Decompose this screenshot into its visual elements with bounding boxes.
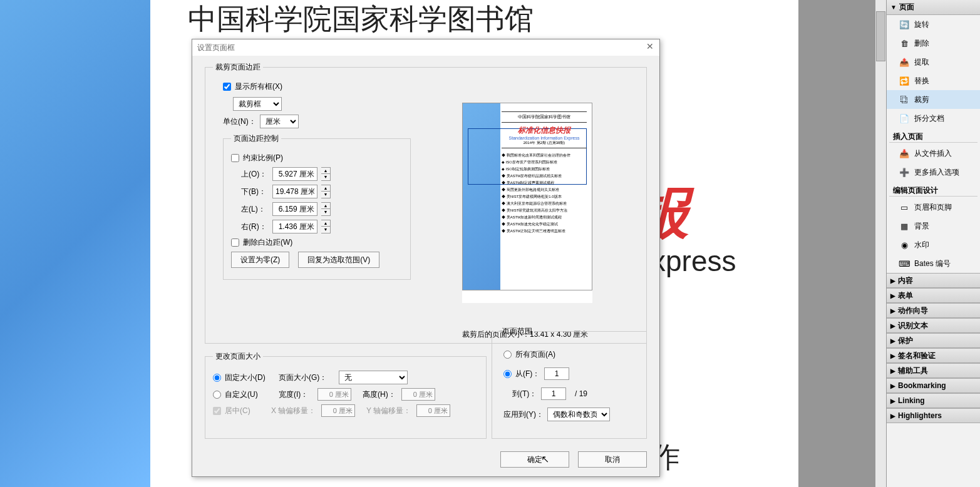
page-range-fieldset: 页面范围 所有页面(A) 从(F)： 到(T)： / 19 应用到(Y)： 偶数… xyxy=(492,326,647,439)
tools-panel: ▼页面 🔄旋转 🗑删除 📤提取 🔁替换 ⿻裁剪 📄拆分文档 插入页面 📥从文件插… xyxy=(886,0,980,487)
replace-item[interactable]: 🔁替换 xyxy=(887,71,980,90)
header-footer-icon: ▭ xyxy=(899,202,909,212)
y-offset-label: Y 轴偏移量： xyxy=(366,406,413,416)
highlighters-panel[interactable]: ▶Highlighters xyxy=(887,408,980,423)
center-label: 居中(C) xyxy=(225,406,267,416)
scrollbar-thumb[interactable] xyxy=(876,11,885,61)
preview-content: 中国科学院国家科学图书馆 标准化信息快报 Standardization Inf… xyxy=(502,110,587,235)
bates-icon: ⌨ xyxy=(899,259,909,269)
custom-label: 自定义(U) xyxy=(225,389,275,400)
y-offset-input xyxy=(416,404,450,417)
remove-white-label: 删除白边距(W) xyxy=(243,237,292,248)
accessibility-panel[interactable]: ▶辅助工具 xyxy=(887,363,980,378)
crop-margin-legend: 裁剪页面边距 xyxy=(213,62,263,73)
rotate-icon: 🔄 xyxy=(899,19,909,29)
constrain-checkbox[interactable] xyxy=(231,154,239,162)
apply-to-label: 应用到(Y)： xyxy=(503,409,544,420)
right-input[interactable] xyxy=(272,220,317,233)
action-wizard-panel[interactable]: ▶动作向导 xyxy=(887,303,980,318)
page-preview: 中国科学院国家科学图书馆 标准化信息快报 Standardization Inf… xyxy=(462,103,592,303)
show-all-boxes-label: 显示所有框(X) xyxy=(235,81,282,92)
more-icon: ➕ xyxy=(899,167,909,177)
close-icon[interactable]: ✕ xyxy=(644,41,656,53)
bottom-label: 下(B)： xyxy=(241,187,269,197)
margin-control-legend: 页面边距控制 xyxy=(231,133,281,144)
height-input xyxy=(401,388,435,401)
pages-panel-header[interactable]: ▼页面 xyxy=(887,0,980,15)
crop-pages-dialog: 设置页面框 ✕ 裁剪页面边距 显示所有框(X) 裁剪框 单位(N)： 厘米 页面… xyxy=(192,39,660,477)
delete-item[interactable]: 🗑删除 xyxy=(887,34,980,53)
box-type-select[interactable]: 裁剪框 xyxy=(233,97,282,111)
bottom-spinner[interactable]: ▲▼ xyxy=(321,185,331,198)
rotate-item[interactable]: 🔄旋转 xyxy=(887,15,980,34)
restore-selection-button[interactable]: 回复为选取范围(V) xyxy=(298,252,379,268)
page-background-graphic xyxy=(0,0,150,487)
all-pages-label: 所有页面(A) xyxy=(515,349,555,360)
right-spinner[interactable]: ▲▼ xyxy=(321,220,331,233)
watermark-item[interactable]: ◉水印 xyxy=(887,235,980,254)
x-offset-input xyxy=(321,404,355,417)
content-panel[interactable]: ▶内容 xyxy=(887,273,980,288)
recognize-text-panel[interactable]: ▶识别文本 xyxy=(887,318,980,333)
ok-button[interactable]: 确定 xyxy=(500,451,569,468)
page-range-legend: 页面范围 xyxy=(500,326,535,337)
change-size-legend: 更改页面大小 xyxy=(213,351,263,362)
cancel-button[interactable]: 取消 xyxy=(578,451,647,468)
edit-design-subheader: 编辑页面设计 xyxy=(889,183,977,197)
crop-item[interactable]: ⿻裁剪 xyxy=(887,90,980,109)
set-zero-button[interactable]: 设置为零(Z) xyxy=(231,252,289,268)
insert-pages-subheader: 插入页面 xyxy=(889,129,977,143)
constrain-label: 约束比例(P) xyxy=(243,153,283,163)
show-all-boxes-checkbox[interactable] xyxy=(223,83,231,91)
from-radio[interactable] xyxy=(503,370,512,378)
bottom-input[interactable] xyxy=(272,185,317,198)
unit-select[interactable]: 厘米 xyxy=(260,115,299,128)
extract-icon: 📤 xyxy=(899,57,909,67)
bookmarking-panel[interactable]: ▶Bookmarking xyxy=(887,378,980,393)
more-insert-item[interactable]: ➕更多插入选项 xyxy=(887,163,980,182)
protect-panel[interactable]: ▶保护 xyxy=(887,333,980,348)
file-insert-icon: 📥 xyxy=(899,148,909,158)
background-item[interactable]: ▦背景 xyxy=(887,217,980,235)
background-icon: ▦ xyxy=(899,221,909,231)
vertical-scrollbar[interactable] xyxy=(875,0,886,487)
left-label: 左(L)： xyxy=(241,204,269,215)
insert-from-file-item[interactable]: 📥从文件插入 xyxy=(887,144,980,163)
page-size-select[interactable]: 无 xyxy=(339,371,408,384)
signature-panel[interactable]: ▶签名和验证 xyxy=(887,348,980,363)
apply-to-select[interactable]: 偶数和奇数页 xyxy=(547,408,610,421)
to-input[interactable] xyxy=(541,387,566,400)
from-label: 从(F)： xyxy=(515,369,540,379)
unit-label: 单位(N)： xyxy=(223,116,256,127)
page-size-label: 页面大小(G)： xyxy=(279,372,335,383)
linking-panel[interactable]: ▶Linking xyxy=(887,393,980,408)
page-title: 中国科学院国家科学图书馆 xyxy=(188,0,534,39)
fixed-size-radio[interactable] xyxy=(213,374,221,382)
forms-panel[interactable]: ▶表单 xyxy=(887,288,980,303)
split-item[interactable]: 📄拆分文档 xyxy=(887,109,980,128)
right-label: 右(R)： xyxy=(241,222,269,232)
top-label: 上(O)： xyxy=(241,169,269,180)
all-pages-radio[interactable] xyxy=(503,351,512,359)
top-input[interactable] xyxy=(272,167,317,181)
to-label: 到(T)： xyxy=(512,389,537,399)
header-footer-item[interactable]: ▭页眉和页脚 xyxy=(887,198,980,217)
change-page-size-fieldset: 更改页面大小 固定大小(D) 页面大小(G)： 无 自定义(U) 宽度(I)： … xyxy=(205,351,487,439)
crop-icon: ⿻ xyxy=(899,95,909,105)
remove-white-checkbox[interactable] xyxy=(231,238,239,247)
custom-size-radio[interactable] xyxy=(213,391,221,399)
x-offset-label: X 轴偏移量： xyxy=(271,406,317,416)
preview-page[interactable]: 中国科学院国家科学图书馆 标准化信息快报 Standardization Inf… xyxy=(462,103,592,290)
width-label: 宽度(I)： xyxy=(279,389,314,400)
from-input[interactable] xyxy=(544,367,569,380)
left-input[interactable] xyxy=(272,202,317,216)
top-spinner[interactable]: ▲▼ xyxy=(321,167,331,181)
page-eng-text: xpress xyxy=(651,244,736,278)
delete-icon: 🗑 xyxy=(899,38,909,48)
extract-item[interactable]: 📤提取 xyxy=(887,53,980,71)
bates-item[interactable]: ⌨Bates 编号 xyxy=(887,254,980,273)
fixed-size-label: 固定大小(D) xyxy=(225,372,275,383)
watermark-icon: ◉ xyxy=(899,240,909,250)
left-spinner[interactable]: ▲▼ xyxy=(321,202,331,216)
replace-icon: 🔁 xyxy=(899,76,909,86)
